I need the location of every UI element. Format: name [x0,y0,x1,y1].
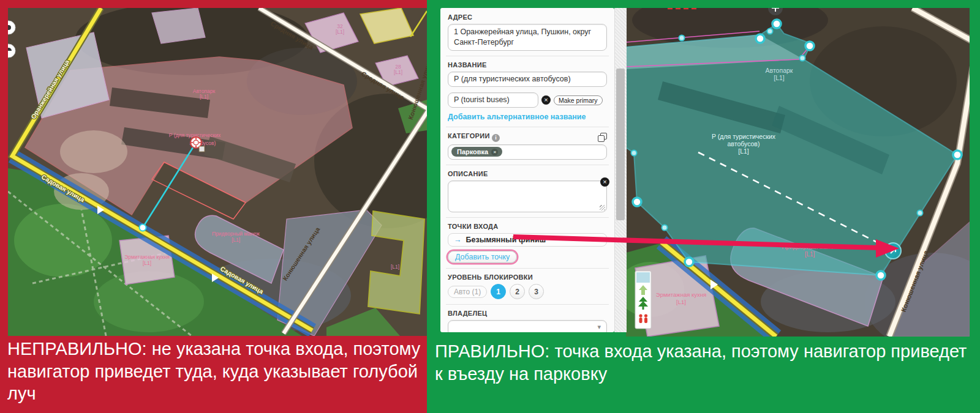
poi-label-manezh: Придворный манеж [782,244,838,250]
poi-label-parking-2: автобусов) [728,140,760,147]
poi-label-parking-lock: [L1] [738,147,749,155]
make-primary-button[interactable]: Make primary [554,95,603,105]
entry-point-name: Безымянный финиш [466,236,546,244]
add-point-button[interactable]: Добавить точку [448,251,517,263]
lock-1-button[interactable]: 1 [491,284,506,299]
address-input[interactable]: 1 Оранжерейная улица, Пушкин, округ Санк… [448,24,607,51]
categories-label: КАТЕГОРИИ [448,132,490,140]
poi-label-kitchen: Эрмитажная кухня [656,291,706,298]
address-label: АДРЕС [448,13,607,21]
entry-point[interactable] [885,243,901,259]
vegetation-toolbar[interactable] [635,271,651,329]
poi-label-bld28-lock: [L1] [394,69,402,75]
wrong-caption: НЕПРАВИЛЬНО: не указана точка входа, поэ… [7,338,428,405]
name-input[interactable]: Р (для туристических автобусов) [448,72,607,87]
alt-name-input[interactable]: P (tourist buses) [448,92,538,108]
categories-input[interactable]: Парковка × [448,144,607,160]
remove-category-icon[interactable]: × [491,149,498,155]
poi-label-kitchen: Эрмитажная кухня [124,254,170,260]
poi-label-avtopark-lock: [L1] [200,94,208,100]
entry-point-row[interactable]: → Безымянный финиш [448,233,607,247]
comparison-image: Оранжерейная улица Средняя улица Средняя… [0,0,980,413]
poi-label-manezh-lock: [L1] [232,237,240,243]
editor-form-panel: АДРЕС 1 Оранжерейная улица, Пушкин, окру… [440,8,614,332]
category-chip-label: Парковка [457,148,488,155]
entry-points-label: ТОЧКИ ВХОДА [448,223,607,230]
poi-label-avtopark-lock: [L1] [774,74,785,81]
poi-label-bld32-lock: [L1] [336,29,344,35]
form-scrollbar[interactable] [614,8,627,332]
lock-3-button[interactable]: 3 [529,284,544,299]
poi-label-kitchen-lock: [L1] [143,260,151,266]
remove-alt-name-icon[interactable]: × [541,95,551,105]
category-chip[interactable]: Парковка × [451,147,502,157]
add-alt-name-link[interactable]: Добавить альтернативное название [448,113,586,121]
wrong-panel: Оранжерейная улица Средняя улица Средняя… [0,0,427,413]
poi-label-yellow-bld-lock: [L1] [391,264,399,270]
clear-description-icon[interactable]: × [600,177,609,187]
lock-2-button[interactable]: 2 [510,284,525,299]
description-textarea[interactable] [448,180,607,212]
poi-label-parking-1: Р (для туристических [712,133,776,140]
name-label: НАЗВАНИЕ [448,61,607,69]
info-icon[interactable]: i [492,134,500,142]
correct-map[interactable]: Автопарк [L1] Р (для туристических автоб… [626,8,970,337]
form-scrollbar-thumb[interactable] [616,69,625,220]
poi-label-kitchen-lock: [L1] [676,299,686,305]
poi-label-avtopark: Автопарк [766,67,793,74]
description-label: ОПИСАНИЕ [448,170,607,177]
water-swatch-icon[interactable] [636,272,650,283]
lock-auto-button[interactable]: Авто (1) [448,286,487,298]
ray-endpoint[interactable] [140,225,146,231]
wrong-map[interactable]: Оранжерейная улица Средняя улица Средняя… [8,8,427,336]
poi-label-manezh-lock: [L1] [805,251,815,258]
owner-label: ВЛАДЕЛЕЦ [448,310,607,317]
caret-down-icon: ▾ [597,323,601,331]
poi-label-manezh: Придворный манеж [212,231,260,237]
entry-arrow-icon: → [454,236,462,244]
correct-map-canvas[interactable]: Автопарк [L1] Р (для туристических автоб… [626,8,970,337]
copy-attributes-icon[interactable] [598,133,607,142]
resize-grip[interactable] [600,205,605,210]
owner-select[interactable]: ▾ [448,320,607,332]
lock-level-label: УРОВЕНЬ БЛОКИРОВКИ [448,273,607,281]
correct-caption: ПРАВИЛЬНО: точка входа указана, поэтому … [435,340,973,385]
wrong-map-canvas[interactable]: Оранжерейная улица Средняя улица Средняя… [8,8,427,336]
